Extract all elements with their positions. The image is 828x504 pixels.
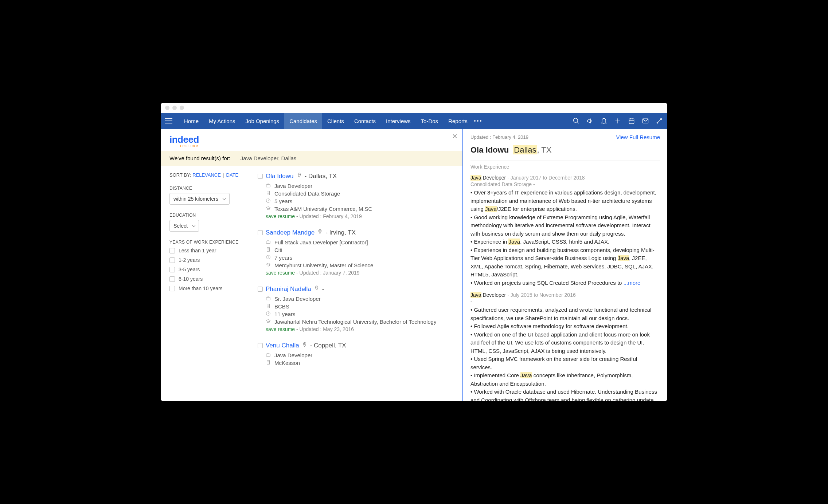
save-resume-link[interactable]: save resume xyxy=(266,213,295,219)
window-close-dot[interactable] xyxy=(165,106,169,110)
window-max-dot[interactable] xyxy=(180,106,184,110)
nav-more-icon[interactable] xyxy=(474,120,481,122)
nav-item-clients[interactable]: Clients xyxy=(322,113,349,129)
more-link[interactable]: ...more xyxy=(624,280,641,286)
candidate-updated: - Updated : February 4, 2019 xyxy=(296,213,362,219)
nav-item-candidates[interactable]: Candidates xyxy=(284,113,322,129)
candidate-name-link[interactable]: Sandeep Mandge xyxy=(266,229,315,236)
svg-rect-33 xyxy=(267,304,270,308)
nav-item-contacts[interactable]: Contacts xyxy=(349,113,381,129)
announce-icon[interactable] xyxy=(586,117,594,125)
results-bar: We've found result(s) for: Java Develope… xyxy=(161,151,462,166)
distance-select[interactable]: within 25 kilometers xyxy=(169,193,230,205)
svg-point-31 xyxy=(316,287,317,288)
svg-point-21 xyxy=(320,231,321,232)
resume-detail-panel: Updated : February 4, 2019 View Full Res… xyxy=(462,129,667,401)
building-icon xyxy=(266,360,271,366)
education-select[interactable]: Select xyxy=(169,220,199,232)
svg-rect-32 xyxy=(266,298,270,300)
grad-cap-icon xyxy=(266,206,271,212)
candidate-checkbox[interactable] xyxy=(258,174,263,179)
candidate-location: - xyxy=(322,286,324,293)
mail-icon[interactable] xyxy=(642,117,649,125)
candidate-name-link[interactable]: Venu Challa xyxy=(266,342,299,349)
calendar-icon[interactable] xyxy=(628,117,635,125)
detail-updated: Updated : February 4, 2019 xyxy=(470,134,528,140)
candidate-location: - Irving, TX xyxy=(325,229,356,236)
save-resume-link[interactable]: save resume xyxy=(266,270,295,276)
svg-rect-42 xyxy=(266,354,270,357)
left-panel: × indeed resume We've found result(s) fo… xyxy=(161,129,462,401)
detail-name: Ola Idowu Dallas, TX xyxy=(470,145,660,155)
briefcase-icon xyxy=(266,296,271,302)
candidate-name-link[interactable]: Ola Idowu xyxy=(266,173,294,180)
top-nav: HomeMy ActionsJob OpeningsCandidatesClie… xyxy=(161,113,667,129)
candidate-years: 7 years xyxy=(258,255,457,261)
years-checkbox[interactable]: Less than 1 year xyxy=(169,248,243,253)
candidate-years: 11 years xyxy=(258,311,457,317)
distance-label: DISTANCE xyxy=(169,186,243,191)
years-label: YEARS OF WORK EXPERIENCE xyxy=(169,240,243,245)
candidate-title: Java Developer xyxy=(258,352,457,358)
view-full-resume-link[interactable]: View Full Resume xyxy=(616,134,660,140)
svg-point-11 xyxy=(298,174,300,175)
briefcase-icon xyxy=(266,239,271,245)
candidate-checkbox[interactable] xyxy=(258,343,263,348)
job-entry: Java Developer - January 2017 to Decembe… xyxy=(470,175,660,287)
nav-item-to-dos[interactable]: To-Dos xyxy=(416,113,444,129)
work-experience-heading: Work Experience xyxy=(470,164,660,170)
nav-item-home[interactable]: Home xyxy=(179,113,204,129)
job-title: Java Developer - January 2017 to Decembe… xyxy=(470,175,660,181)
nav-item-reports[interactable]: Reports xyxy=(443,113,473,129)
building-icon xyxy=(266,190,271,197)
years-checkbox[interactable]: More than 10 years xyxy=(169,286,243,291)
candidate-card: Phaniraj Nadella- Sr. Java DeveloperBCBS… xyxy=(258,285,457,332)
tools-icon[interactable] xyxy=(656,117,663,125)
candidate-years: 5 years xyxy=(258,198,457,204)
nav-item-my-actions[interactable]: My Actions xyxy=(204,113,241,129)
candidate-education: Mercyhurst University, Master of Science xyxy=(258,262,457,268)
building-icon xyxy=(266,303,271,310)
location-pin-icon xyxy=(297,172,302,180)
nav-item-job-openings[interactable]: Job Openings xyxy=(241,113,285,129)
bell-icon[interactable] xyxy=(600,117,608,125)
candidate-location: - Dallas, TX xyxy=(305,173,337,180)
candidate-checkbox[interactable] xyxy=(258,230,263,235)
window-min-dot[interactable] xyxy=(172,106,177,110)
indeed-logo: indeed resume xyxy=(169,134,199,148)
years-checkbox[interactable]: 6-10 years xyxy=(169,276,243,282)
search-icon[interactable] xyxy=(573,117,580,125)
filters-sidebar: SORT BY: RELEVANCE | DATE DISTANCE withi… xyxy=(161,166,252,401)
sort-relevance-link[interactable]: RELEVANCE xyxy=(192,172,221,178)
sort-date-link[interactable]: DATE xyxy=(226,172,239,178)
close-icon[interactable]: × xyxy=(452,131,457,141)
years-checkbox[interactable]: 1-2 years xyxy=(169,257,243,263)
clock-icon xyxy=(266,198,271,204)
save-resume-link[interactable]: save resume xyxy=(266,326,295,332)
candidate-company: McKesson xyxy=(258,360,457,366)
briefcase-icon xyxy=(266,183,271,189)
svg-rect-22 xyxy=(266,241,270,244)
job-company: Consolidated Data Storage - xyxy=(470,181,660,187)
candidate-updated: - Updated : January 7, 2019 xyxy=(296,270,360,276)
candidate-title: Java Developer xyxy=(258,183,457,189)
candidate-location: - Coppell, TX xyxy=(310,342,346,349)
candidate-education: Jawaharlal Nehru Technological Universit… xyxy=(258,319,457,325)
candidate-title: Sr. Java Developer xyxy=(258,296,457,302)
years-checkbox[interactable]: 3-5 years xyxy=(169,267,243,272)
job-title: Java Developer - July 2015 to November 2… xyxy=(470,292,660,298)
results-list: Ola Idowu- Dallas, TXJava DeveloperConso… xyxy=(252,166,462,401)
nav-item-interviews[interactable]: Interviews xyxy=(381,113,416,129)
job-entry: Java Developer - July 2015 to November 2… xyxy=(470,292,660,401)
grad-cap-icon xyxy=(266,262,271,268)
job-company: - xyxy=(470,299,660,304)
plus-icon[interactable] xyxy=(614,117,621,125)
candidate-title: Full Stack Java Developer [Contractor] xyxy=(258,239,457,245)
hamburger-icon[interactable] xyxy=(165,118,172,123)
candidate-checkbox[interactable] xyxy=(258,287,263,292)
candidate-company: BCBS xyxy=(258,303,457,310)
location-pin-icon xyxy=(314,285,319,293)
candidate-name-link[interactable]: Phaniraj Nadella xyxy=(266,286,311,293)
clock-icon xyxy=(266,255,271,261)
job-bullets: • Over 3+years of IT experience in vario… xyxy=(470,189,660,287)
